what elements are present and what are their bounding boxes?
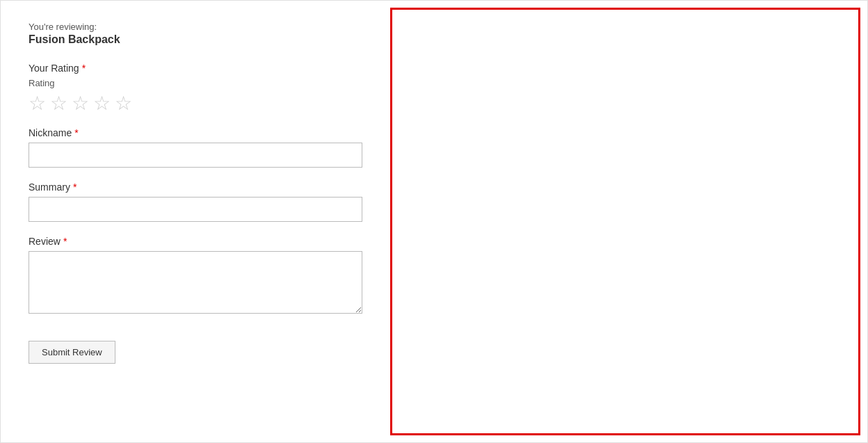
submit-review-button[interactable]: Submit Review xyxy=(29,341,115,364)
review-label-text: Review xyxy=(29,236,61,247)
summary-required-mark: * xyxy=(73,182,77,193)
rating-label: Your Rating * xyxy=(29,63,362,74)
review-required-mark: * xyxy=(63,236,67,247)
review-textarea[interactable] xyxy=(29,251,362,314)
rating-sublabel: Rating xyxy=(29,78,362,88)
product-name: Fusion Backpack xyxy=(29,33,362,46)
summary-label-text: Summary xyxy=(29,182,70,193)
nickname-label-text: Nickname xyxy=(29,127,72,138)
star-1[interactable]: ☆ xyxy=(29,94,46,113)
reviewing-header: You're reviewing: Fusion Backpack xyxy=(29,22,362,46)
star-2[interactable]: ☆ xyxy=(50,94,67,113)
star-3[interactable]: ☆ xyxy=(72,94,89,113)
nickname-required-mark: * xyxy=(74,127,78,138)
rating-label-text: Your Rating xyxy=(29,63,79,74)
nickname-section: Nickname * xyxy=(29,127,362,168)
right-panel xyxy=(390,8,860,435)
summary-input[interactable] xyxy=(29,197,362,222)
nickname-input[interactable] xyxy=(29,143,362,168)
nickname-label: Nickname * xyxy=(29,127,362,138)
summary-label: Summary * xyxy=(29,182,362,193)
stars-container[interactable]: ☆ ☆ ☆ ☆ ☆ xyxy=(29,94,362,113)
reviewing-prefix: You're reviewing: xyxy=(29,22,362,32)
star-5[interactable]: ☆ xyxy=(115,94,132,113)
summary-section: Summary * xyxy=(29,182,362,222)
review-form-panel: You're reviewing: Fusion Backpack Your R… xyxy=(1,1,390,442)
rating-required-mark: * xyxy=(82,63,86,74)
star-4[interactable]: ☆ xyxy=(93,94,111,113)
review-label: Review * xyxy=(29,236,362,247)
rating-section: Your Rating * Rating ☆ ☆ ☆ ☆ ☆ xyxy=(29,63,362,113)
review-section: Review * xyxy=(29,236,362,316)
page-wrapper: You're reviewing: Fusion Backpack Your R… xyxy=(0,0,868,443)
